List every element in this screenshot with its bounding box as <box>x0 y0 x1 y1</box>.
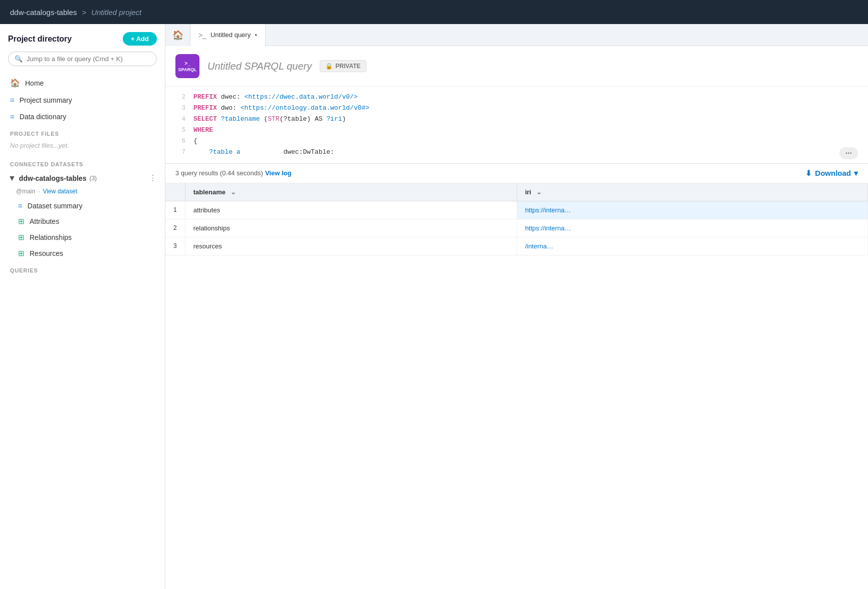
sidebar-item-project-summary-label: Project summary <box>20 96 72 104</box>
results-table-wrapper: tablename ⌄ iri ⌄ 1 attributes https://i… <box>165 183 868 255</box>
code-line-3: 3 PREFIX dwo: <https://ontology.data.wor… <box>165 103 868 114</box>
visibility-label: PRIVATE <box>335 63 360 70</box>
row-1-num: 1 <box>165 201 185 219</box>
row-3-num: 3 <box>165 237 185 255</box>
dataset-item-summary[interactable]: ≡ Dataset summary <box>0 198 165 213</box>
dataset-item-relationships[interactable]: ⊞ Relationships <box>0 229 165 245</box>
tab-modified-dot: ● <box>255 33 257 37</box>
tab-bar: 🏠 >_ Untitled query ● <box>165 24 868 46</box>
tab-label: Untitled query <box>210 31 251 39</box>
dataset-item-resources[interactable]: ⊞ Resources <box>0 245 165 261</box>
ellipsis-button[interactable]: ··· <box>839 147 858 159</box>
sparql-label: SPARQL <box>178 67 197 72</box>
add-button[interactable]: + Add <box>123 32 157 46</box>
download-button[interactable]: ⬇ Download ▾ <box>805 169 858 178</box>
query-header: >_ SPARQL Untitled SPARQL query 🔒 PRIVAT… <box>165 46 868 87</box>
download-label: Download <box>815 169 851 177</box>
main-layout: Project directory + Add 🔍 🏠 Home ≡ Proje… <box>0 24 868 589</box>
table-row: 1 attributes https://interna… <box>165 201 868 219</box>
code-line-7: 7 ?table a dwec:DwTable: <box>165 147 868 158</box>
resources-icon: ⊞ <box>18 249 25 258</box>
sidebar-item-home[interactable]: 🏠 Home <box>0 74 165 92</box>
attributes-icon: ⊞ <box>18 217 25 226</box>
row-2-tablename: relationships <box>185 219 517 237</box>
code-line-6: 6 { <box>165 136 868 147</box>
dataset-item-attributes[interactable]: ⊞ Attributes <box>0 213 165 229</box>
dataset-count: (3) <box>89 175 97 182</box>
dataset-item-resources-label: Resources <box>30 249 63 257</box>
data-dictionary-icon: ≡ <box>10 112 15 121</box>
no-project-files: No project files...yet. <box>0 139 165 155</box>
sidebar-item-data-dictionary[interactable]: ≡ Data dictionary <box>0 108 165 125</box>
dataset-expand-icon: ▼ <box>8 174 16 183</box>
connected-datasets-label: CONNECTED DATASETS <box>0 155 165 169</box>
dataset-name: ddw-catalogs-tables <box>19 174 87 182</box>
table-row: 3 resources /interna… <box>165 237 868 255</box>
code-line-4: 4 SELECT ?tablename (STR(?table) AS ?iri… <box>165 114 868 125</box>
queries-section-label: QUERIES <box>0 261 165 275</box>
results-info: 3 query results (0.44 seconds) <box>175 169 263 177</box>
sidebar-header: Project directory + Add <box>0 32 165 52</box>
sidebar-item-home-label: Home <box>25 79 44 87</box>
sidebar-item-project-summary[interactable]: ≡ Project summary <box>0 92 165 108</box>
dataset-item-attributes-label: Attributes <box>30 217 59 225</box>
table-row: 2 relationships https://interna… <box>165 219 868 237</box>
sparql-symbol: >_ <box>184 61 190 66</box>
view-log-link[interactable]: View log <box>265 169 292 177</box>
sidebar-item-data-dictionary-label: Data dictionary <box>20 113 66 121</box>
row-1-iri[interactable]: https://interna… <box>517 201 867 219</box>
row-2-num: 2 <box>165 219 185 237</box>
download-icon: ⬇ <box>805 169 812 178</box>
tablename-sort-icon: ⌄ <box>231 188 236 196</box>
row-2-iri[interactable]: https://interna… <box>517 219 867 237</box>
dataset-header[interactable]: ▼ ddw-catalogs-tables (3) ⋮ <box>0 169 165 187</box>
topbar-separator: > <box>82 8 86 17</box>
project-summary-icon: ≡ <box>10 96 15 104</box>
search-input[interactable] <box>27 55 150 63</box>
relationships-icon: ⊞ <box>18 233 25 242</box>
iri-column-header[interactable]: iri ⌄ <box>517 183 867 201</box>
dataset-item-summary-label: Dataset summary <box>28 202 83 210</box>
tab-icon: >_ <box>198 31 206 39</box>
code-area: 2 PREFIX dwec: <https://dwec.data.world/… <box>165 87 868 164</box>
untitled-query-tab[interactable]: >_ Untitled query ● <box>190 24 266 46</box>
home-tab-button[interactable]: 🏠 <box>165 24 190 46</box>
row-1-tablename: attributes <box>185 201 517 219</box>
topbar: ddw-catalogs-tables > Untitled project <box>0 0 868 24</box>
code-line-2: 2 PREFIX dwec: <https://dwec.data.world/… <box>165 92 868 103</box>
tablename-column-header[interactable]: tablename ⌄ <box>185 183 517 201</box>
dataset-summary-icon: ≡ <box>18 201 23 210</box>
search-box[interactable]: 🔍 <box>8 52 157 66</box>
dataset-kebab-button[interactable]: ⋮ <box>149 173 157 183</box>
query-title: Untitled SPARQL query <box>207 61 312 72</box>
download-chevron-icon: ▾ <box>854 169 858 178</box>
home-icon: 🏠 <box>10 78 20 88</box>
topbar-project: ddw-catalogs-tables <box>10 8 77 17</box>
iri-sort-icon: ⌄ <box>536 188 542 196</box>
row-3-iri[interactable]: /interna… <box>517 237 867 255</box>
project-files-section-label: PROJECT FILES <box>0 125 165 139</box>
view-dataset-link[interactable]: View dataset <box>43 188 78 195</box>
search-icon: 🔍 <box>15 55 23 63</box>
dataset-item-relationships-label: Relationships <box>30 233 72 241</box>
row-num-header <box>165 183 185 201</box>
sidebar: Project directory + Add 🔍 🏠 Home ≡ Proje… <box>0 24 165 589</box>
lock-icon: 🔒 <box>325 63 333 70</box>
dataset-meta: @main · View dataset <box>0 187 165 198</box>
private-badge: 🔒 PRIVATE <box>320 60 366 72</box>
code-line-5: 5 WHERE <box>165 125 868 136</box>
results-table: tablename ⌄ iri ⌄ 1 attributes https://i… <box>165 183 868 255</box>
topbar-project-title: Untitled project <box>91 8 141 17</box>
row-3-tablename: resources <box>185 237 517 255</box>
results-bar: 3 query results (0.44 seconds) View log … <box>165 164 868 183</box>
sidebar-title: Project directory <box>8 35 72 44</box>
sparql-icon: >_ SPARQL <box>175 54 199 78</box>
dataset-at-main: @main <box>16 188 35 195</box>
content-area: 🏠 >_ Untitled query ● >_ SPARQL Untitled… <box>165 24 868 589</box>
